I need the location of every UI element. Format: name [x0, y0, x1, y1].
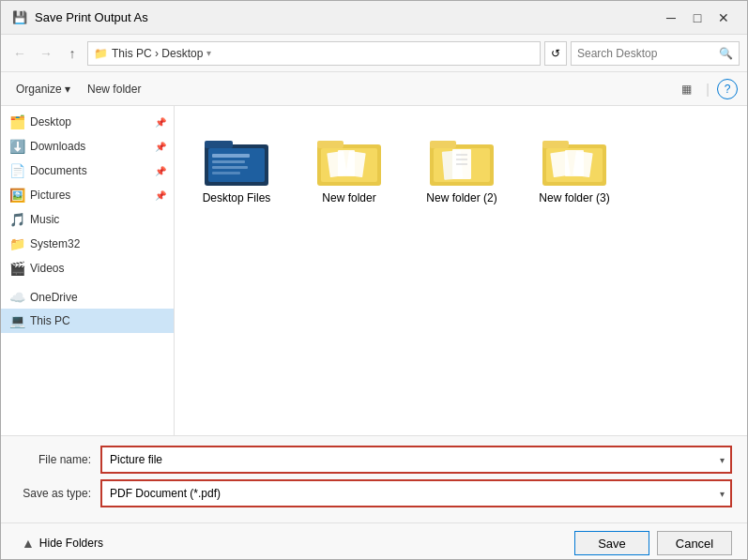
- svg-rect-22: [542, 141, 569, 148]
- desktop-icon: 🗂️: [8, 114, 25, 129]
- sidebar-item-pictures[interactable]: 🖼️ Pictures 📌: [1, 183, 174, 207]
- help-button[interactable]: ?: [717, 79, 738, 99]
- svg-rect-8: [317, 141, 343, 148]
- thispc-icon: 💻: [8, 313, 25, 328]
- folder-icon: [315, 128, 383, 191]
- forward-button[interactable]: →: [35, 42, 57, 65]
- organize-button[interactable]: Organize ▾: [10, 80, 76, 98]
- file-name: Desktop Files: [203, 191, 271, 204]
- sidebar-item-system32[interactable]: 📁 System32: [1, 232, 174, 256]
- file-item[interactable]: Desktop Files: [190, 121, 283, 211]
- file-name: New folder: [322, 191, 375, 204]
- svg-rect-4: [212, 160, 245, 163]
- back-button[interactable]: ←: [8, 42, 31, 65]
- address-bar: ← → ↑ 📁 This PC › Desktop ▾ ↺ 🔍: [1, 35, 747, 72]
- system32-icon: 📁: [8, 236, 25, 251]
- downloads-icon: ⬇️: [8, 139, 25, 154]
- close-button[interactable]: ✕: [711, 8, 736, 28]
- documents-pin-icon: 📌: [155, 166, 166, 176]
- maximize-button[interactable]: □: [685, 8, 710, 28]
- savetype-wrapper: ▾: [100, 479, 732, 507]
- svg-rect-26: [572, 151, 592, 177]
- sidebar-label-desktop: Desktop: [30, 115, 150, 129]
- downloads-pin-icon: 📌: [155, 142, 166, 152]
- sidebar-label-thispc: This PC: [30, 314, 166, 327]
- sidebar-item-desktop[interactable]: 🗂️ Desktop 📌: [1, 110, 174, 134]
- file-area: Desktop Files New folder: [175, 106, 747, 435]
- sidebar-label-music: Music: [30, 213, 166, 226]
- up-button[interactable]: ↑: [61, 42, 84, 65]
- filename-wrapper: ▾: [100, 446, 732, 474]
- sidebar-item-onedrive[interactable]: ☁️ OneDrive: [1, 284, 174, 309]
- documents-icon: 📄: [8, 163, 25, 178]
- title-bar-text: Save Print Output As: [35, 10, 659, 24]
- refresh-button[interactable]: ↺: [544, 41, 567, 66]
- filename-input[interactable]: [102, 447, 730, 472]
- hide-folders-label: Hide Folders: [39, 537, 103, 550]
- filename-label: File name:: [16, 453, 100, 466]
- sidebar-label-documents: Documents: [30, 164, 150, 177]
- pictures-icon: 🖼️: [8, 188, 25, 203]
- music-icon: 🎵: [8, 212, 25, 227]
- path-text: This PC › Desktop: [112, 47, 203, 60]
- cancel-button[interactable]: Cancel: [657, 531, 732, 555]
- search-icon[interactable]: 🔍: [719, 47, 733, 60]
- svg-rect-3: [212, 154, 250, 158]
- bottom-area: File name: ▾ Save as type: ▾: [1, 435, 747, 522]
- title-bar: 💾 Save Print Output As ─ □ ✕: [1, 1, 747, 35]
- sidebar-item-downloads[interactable]: ⬇️ Downloads 📌: [1, 134, 174, 159]
- svg-rect-6: [212, 172, 240, 174]
- svg-rect-1: [205, 141, 233, 148]
- svg-rect-12: [345, 151, 365, 177]
- file-name: New folder (2): [426, 191, 496, 204]
- svg-rect-14: [430, 141, 456, 148]
- path-folder-icon: 📁: [94, 47, 108, 60]
- address-path[interactable]: 📁 This PC › Desktop ▾: [87, 41, 541, 66]
- view-toggle-button[interactable]: ▦: [674, 79, 698, 99]
- search-box: 🔍: [571, 41, 740, 66]
- save-button[interactable]: Save: [574, 531, 649, 555]
- sidebar-label-pictures: Pictures: [30, 189, 150, 202]
- savetype-input[interactable]: [102, 481, 730, 506]
- sidebar: 🗂️ Desktop 📌 ⬇️ Downloads 📌 📄 Documents …: [1, 106, 175, 435]
- minimize-button[interactable]: ─: [659, 8, 683, 28]
- sidebar-label-system32: System32: [30, 237, 166, 250]
- save-dialog: 💾 Save Print Output As ─ □ ✕ ← → ↑ 📁 Thi…: [0, 0, 748, 560]
- svg-rect-2: [208, 148, 265, 182]
- desktop-pin-icon: 📌: [155, 117, 166, 128]
- filename-row: File name: ▾: [16, 446, 732, 474]
- files-grid: Desktop Files New folder: [190, 121, 732, 211]
- folder-icon: [203, 128, 270, 191]
- toolbar-divider: |: [706, 82, 710, 97]
- sidebar-label-downloads: Downloads: [30, 140, 150, 153]
- svg-rect-5: [212, 166, 248, 169]
- path-chevron-icon: ▾: [206, 48, 211, 58]
- savetype-row: Save as type: ▾: [16, 479, 732, 507]
- file-name: New folder (3): [539, 191, 609, 204]
- file-item[interactable]: New folder (2): [415, 121, 509, 211]
- videos-icon: 🎬: [8, 261, 25, 276]
- folder-icon: [428, 128, 496, 191]
- pictures-pin-icon: 📌: [155, 190, 166, 201]
- sidebar-item-thispc[interactable]: 💻 This PC: [1, 309, 174, 333]
- title-bar-controls: ─ □ ✕: [659, 8, 736, 28]
- title-bar-icon: 💾: [12, 10, 27, 25]
- main-content: 🗂️ Desktop 📌 ⬇️ Downloads 📌 📄 Documents …: [1, 106, 747, 435]
- sidebar-item-documents[interactable]: 📄 Documents 📌: [1, 159, 174, 183]
- sidebar-item-videos[interactable]: 🎬 Videos: [1, 256, 174, 280]
- sidebar-label-onedrive: OneDrive: [30, 291, 166, 304]
- hide-folders-icon: ▲: [22, 536, 35, 551]
- file-item[interactable]: New folder (3): [527, 121, 621, 211]
- file-item[interactable]: New folder: [302, 121, 396, 211]
- hide-folders-row[interactable]: ▲ Hide Folders: [16, 536, 567, 551]
- sidebar-item-music[interactable]: 🎵 Music: [1, 207, 174, 232]
- onedrive-icon: ☁️: [8, 290, 25, 305]
- search-input[interactable]: [577, 47, 719, 60]
- folder-icon: [541, 128, 608, 191]
- sidebar-label-videos: Videos: [30, 262, 166, 275]
- new-folder-button[interactable]: New folder: [82, 80, 146, 98]
- toolbar: Organize ▾ New folder ▦ | ?: [1, 72, 747, 106]
- action-row: ▲ Hide Folders Save Cancel: [1, 522, 747, 559]
- savetype-label: Save as type:: [16, 487, 100, 500]
